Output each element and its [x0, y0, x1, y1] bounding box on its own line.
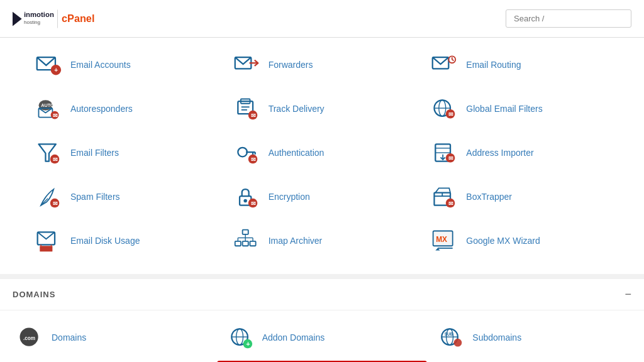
svg-rect-68	[242, 241, 248, 246]
addon-domains-label: Addon Domains	[262, 332, 325, 343]
spam-filters-icon: ✉	[34, 182, 63, 211]
grid-item-google-mx[interactable]: MX Google MX Wizard	[421, 220, 619, 261]
domains-section: DOMAINS − .com Domains	[0, 279, 644, 362]
email-disk-usage-label: Email Disk Usage	[70, 236, 140, 246]
svg-point-49	[243, 199, 247, 202]
track-delivery-label: Track Delivery	[269, 104, 325, 114]
domains-section-header: DOMAINS −	[0, 279, 644, 310]
svg-text:hosting: hosting	[24, 19, 40, 25]
grid-item-spam-filters[interactable]: ✉ Spam Filters	[25, 176, 223, 217]
svg-text:+: +	[246, 340, 250, 348]
svg-text:✉: ✉	[251, 156, 256, 163]
global-filters-icon: ✉	[430, 94, 458, 123]
email-filters-label: Email Filters	[70, 148, 119, 158]
track-delivery-icon: ✉	[232, 94, 261, 123]
forwarders-icon	[232, 50, 261, 79]
svg-point-85	[454, 339, 462, 347]
email-filters-icon: ✉	[34, 138, 63, 167]
svg-text:SUB: SUB	[445, 332, 453, 336]
domains-icon: .com	[15, 323, 44, 352]
svg-rect-67	[235, 241, 240, 246]
svg-text:✉: ✉	[449, 111, 454, 118]
domains-toggle-button[interactable]: −	[625, 288, 631, 301]
logo-area: inmotion hosting cPanel	[13, 6, 94, 31]
address-importer-icon: ✉	[430, 138, 458, 167]
grid-item-addon-domains[interactable]: + Addon Domains	[217, 317, 428, 358]
grid-item-email-filters[interactable]: ✉ Email Filters	[25, 132, 223, 173]
authentication-icon: ✉	[232, 138, 261, 167]
email-routing-label: Email Routing	[466, 60, 521, 70]
svg-text:MX: MX	[436, 235, 448, 244]
svg-line-13	[452, 60, 454, 61]
email-accounts-label: Email Accounts	[70, 60, 131, 70]
svg-text:✉: ✉	[53, 200, 58, 207]
svg-text:✉: ✉	[251, 112, 256, 119]
inmotion-logo: inmotion hosting cPanel	[13, 6, 94, 31]
imap-archiver-label: Imap Archiver	[269, 236, 323, 246]
autoresponders-icon: AUTO ✉	[34, 94, 63, 123]
google-mx-icon: MX	[430, 226, 458, 255]
authentication-label: Authentication	[269, 148, 325, 158]
header: inmotion hosting cPanel	[0, 0, 644, 38]
grid-item-subdomains[interactable]: SUB Subdomains	[427, 317, 638, 358]
addon-domains-icon: +	[226, 323, 255, 352]
address-importer-label: Address Importer	[466, 148, 533, 158]
email-disk-usage-icon	[34, 226, 63, 255]
grid-item-email-accounts[interactable]: + Email Accounts	[25, 44, 223, 85]
svg-text:+: +	[54, 67, 58, 74]
grid-item-imap-archiver[interactable]: Imap Archiver	[223, 220, 421, 261]
subdomains-icon: SUB	[436, 323, 465, 352]
grid-item-forwarders[interactable]: Forwarders	[223, 44, 421, 85]
svg-rect-58	[40, 246, 52, 251]
svg-text:inmotion: inmotion	[24, 10, 54, 18]
domains-section-title: DOMAINS	[13, 290, 55, 299]
email-routing-icon	[430, 50, 458, 79]
svg-point-33	[238, 148, 247, 157]
boxtrapper-icon: ✉	[430, 182, 458, 211]
svg-text:✉: ✉	[449, 155, 454, 162]
email-section: + Email Accounts Forwarders	[0, 38, 644, 274]
grid-item-address-importer[interactable]: ✉ Address Importer	[421, 132, 619, 173]
svg-text:✉: ✉	[449, 200, 454, 207]
svg-text:.com: .com	[23, 336, 35, 341]
imap-archiver-icon	[232, 226, 261, 255]
grid-item-track-delivery[interactable]: ✉ Track Delivery	[223, 88, 421, 129]
svg-text:AUTO: AUTO	[41, 102, 54, 108]
autoresponders-label: Autoresponders	[70, 104, 133, 114]
domains-label: Domains	[52, 332, 86, 343]
grid-item-boxtrapper[interactable]: ✉ BoxTrapper	[421, 176, 619, 217]
svg-text:✉: ✉	[53, 156, 58, 163]
svg-rect-69	[250, 241, 255, 246]
grid-item-encryption[interactable]: ✉ Encryption	[223, 176, 421, 217]
email-accounts-icon: +	[34, 50, 63, 79]
boxtrapper-label: BoxTrapper	[466, 192, 512, 202]
svg-text:✉: ✉	[251, 200, 256, 207]
svg-rect-61	[242, 230, 248, 234]
spam-filters-label: Spam Filters	[70, 192, 120, 202]
encryption-icon: ✉	[232, 182, 261, 211]
main-content: + Email Accounts Forwarders	[0, 38, 644, 362]
encryption-label: Encryption	[269, 192, 310, 202]
svg-marker-0	[13, 11, 22, 26]
svg-text:cPanel: cPanel	[62, 12, 94, 23]
global-filters-label: Global Email Filters	[466, 104, 542, 114]
grid-item-email-routing[interactable]: Email Routing	[421, 44, 619, 85]
domains-items-grid: .com Domains + Addon Domains	[0, 310, 644, 362]
email-items-grid: + Email Accounts Forwarders	[19, 44, 625, 261]
search-input[interactable]	[506, 9, 631, 28]
forwarders-label: Forwarders	[269, 60, 313, 70]
grid-item-authentication[interactable]: ✉ Authentication	[223, 132, 421, 173]
subdomains-label: Subdomains	[472, 332, 521, 343]
svg-text:✉: ✉	[53, 112, 58, 119]
grid-item-global-filters[interactable]: ✉ Global Email Filters	[421, 88, 619, 129]
google-mx-label: Google MX Wizard	[466, 236, 540, 246]
grid-item-autoresponders[interactable]: AUTO ✉ Autoresponders	[25, 88, 223, 129]
grid-item-domains[interactable]: .com Domains	[6, 317, 217, 358]
grid-item-email-disk-usage[interactable]: Email Disk Usage	[25, 220, 223, 261]
